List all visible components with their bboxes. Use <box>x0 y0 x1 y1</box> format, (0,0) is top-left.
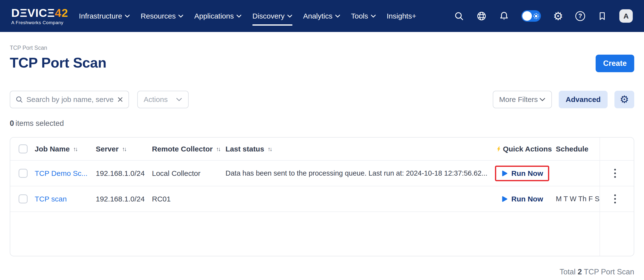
remote-collector-cell: RC01 <box>152 195 226 203</box>
row-menu-cell <box>600 161 634 186</box>
server-cell: 192.168.1.0/24 <box>96 169 152 178</box>
job-name-cell: TCP Demo Sc... <box>35 169 96 178</box>
logo-subtitle: A Freshworks Company <box>11 20 68 25</box>
selection-summary: 0items selected <box>10 119 634 128</box>
kebab-menu-icon[interactable] <box>612 192 618 205</box>
bookmark-icon[interactable] <box>597 11 607 21</box>
pinned-column-divider <box>600 212 634 256</box>
table-row: TCP Demo Sc... 192.168.1.0/24 Local Coll… <box>10 161 634 186</box>
advanced-button[interactable]: Advanced <box>559 91 608 108</box>
column-label: Last status <box>226 145 264 153</box>
help-icon[interactable]: ? <box>575 11 585 21</box>
header-menu-cell <box>600 138 634 160</box>
total-count: 2 <box>578 268 582 276</box>
table-header-row: Job Name↑↓ Server↑↓ Remote Collector↑↓ L… <box>10 138 634 161</box>
nav-item-infrastructure[interactable]: Infrastructure <box>79 10 130 22</box>
schedule-cell: M T W Th F S Su 15: <box>556 195 600 203</box>
device42-logo[interactable]: DΞVICΞ42 A Freshworks Company <box>11 7 68 25</box>
page-title: TCP Port Scan <box>10 55 106 71</box>
table-settings-button[interactable]: ⚙ <box>614 91 634 108</box>
logo-text-primary: DΞVICΞ <box>11 6 55 19</box>
nav-item-tools[interactable]: Tools <box>351 10 376 22</box>
run-now-label: Run Now <box>511 169 543 178</box>
run-now-button[interactable]: Run Now <box>495 191 549 207</box>
search-box <box>10 91 129 108</box>
clear-search-icon[interactable] <box>117 96 124 103</box>
sort-icon[interactable]: ↑↓ <box>122 145 126 152</box>
chevron-down-icon <box>124 14 130 18</box>
column-header-server[interactable]: Server↑↓ <box>96 145 152 153</box>
theme-toggle[interactable] <box>521 10 541 22</box>
globe-icon[interactable] <box>476 11 487 21</box>
nav-item-label: Discovery <box>252 12 284 20</box>
column-header-schedule: Schedule <box>556 145 600 153</box>
create-button[interactable]: Create <box>596 55 634 72</box>
nav-item-label: Analytics <box>303 12 332 20</box>
search-input[interactable] <box>26 95 114 104</box>
row-checkbox[interactable] <box>18 169 28 178</box>
table-row: TCP scan 192.168.1.0/24 RC01 Run Now M T… <box>10 186 634 212</box>
navbar-right-actions: ⚙ ? A <box>454 9 633 23</box>
chevron-down-icon <box>287 14 292 18</box>
table-empty-area <box>10 212 634 256</box>
nav-item-label: Tools <box>351 12 368 20</box>
sort-icon[interactable]: ↑↓ <box>268 145 272 152</box>
job-name-cell: TCP scan <box>35 195 96 203</box>
nav-item-insights[interactable]: Insights+ <box>387 10 416 22</box>
nav-item-resources[interactable]: Resources <box>141 10 184 22</box>
jobs-table: Job Name↑↓ Server↑↓ Remote Collector↑↓ L… <box>10 137 634 256</box>
column-header-last-status[interactable]: Last status↑↓ <box>226 145 487 153</box>
nav-item-analytics[interactable]: Analytics <box>303 10 340 22</box>
chevron-down-icon <box>335 14 340 18</box>
notifications-bell-icon[interactable] <box>499 11 509 21</box>
server-cell: 192.168.1.0/24 <box>96 195 152 203</box>
column-label: Job Name <box>35 145 70 153</box>
search-icon[interactable] <box>454 11 464 21</box>
selection-count: 0 <box>10 119 14 128</box>
user-avatar[interactable]: A <box>619 9 633 23</box>
column-label: Server <box>96 145 118 153</box>
sort-icon[interactable]: ↑↓ <box>73 145 77 152</box>
nav-item-discovery[interactable]: Discovery <box>252 10 292 22</box>
nav-item-label: Insights+ <box>387 12 416 20</box>
kebab-menu-icon[interactable] <box>612 167 618 180</box>
last-status-cell: Data has been sent to the processing que… <box>226 169 487 177</box>
quick-actions-cell: Run Now <box>487 191 556 207</box>
quick-actions-cell: Run Now <box>487 166 556 181</box>
total-prefix: Total <box>560 268 575 276</box>
sun-icon <box>533 13 540 19</box>
table-total: Total 2 TCP Port Scan <box>10 268 634 276</box>
job-name-link[interactable]: TCP scan <box>35 195 67 203</box>
select-all-checkbox[interactable] <box>18 144 28 153</box>
avatar-initial: A <box>624 12 629 20</box>
breadcrumb[interactable]: TCP Port Scan <box>10 45 634 51</box>
remote-collector-cell: Local Collector <box>152 169 226 178</box>
more-filters-label: More Filters <box>499 95 538 104</box>
more-filters-dropdown[interactable]: More Filters <box>493 91 552 108</box>
logo-text: DΞVICΞ42 <box>11 7 68 19</box>
gear-icon: ⚙ <box>620 94 629 105</box>
lightning-bolt-icon <box>497 145 500 153</box>
header-checkbox-cell <box>10 144 35 153</box>
run-now-label: Run Now <box>511 195 543 203</box>
job-name-link[interactable]: TCP Demo Sc... <box>35 169 88 178</box>
sort-icon[interactable]: ↑↓ <box>216 145 220 152</box>
nav-item-applications[interactable]: Applications <box>194 10 242 22</box>
column-label: Remote Collector <box>152 145 212 153</box>
play-icon <box>501 170 508 177</box>
chevron-down-icon <box>236 14 242 18</box>
play-icon <box>501 196 508 202</box>
page-content: TCP Port Scan TCP Port Scan Create Actio… <box>0 45 644 276</box>
actions-dropdown-label: Actions <box>144 95 168 104</box>
column-label: Quick Actions <box>503 145 552 153</box>
run-now-button-highlighted[interactable]: Run Now <box>495 166 549 181</box>
column-header-job-name[interactable]: Job Name↑↓ <box>35 145 96 153</box>
row-checkbox[interactable] <box>18 194 28 203</box>
row-menu-cell <box>600 186 634 211</box>
column-header-remote-collector[interactable]: Remote Collector↑↓ <box>152 145 226 153</box>
row-checkbox-cell <box>10 169 35 178</box>
total-suffix: TCP Port Scan <box>584 268 634 276</box>
nav-item-label: Applications <box>194 12 234 20</box>
settings-gear-icon[interactable]: ⚙ <box>553 10 563 22</box>
actions-dropdown[interactable]: Actions <box>137 91 188 108</box>
